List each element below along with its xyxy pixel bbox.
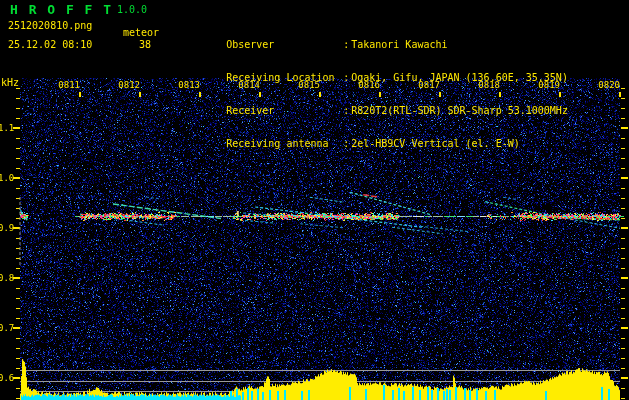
header: H R O F F T 1.0.0 2512020810.png meteor … bbox=[0, 0, 629, 60]
info-row-antenna: Receiving antenna:2el-HB9CV Vertical (el… bbox=[178, 127, 628, 138]
mode-label: meteor bbox=[123, 27, 159, 38]
time-tick-label: 0814 bbox=[235, 80, 260, 90]
info-row-receiver: Receiver:R820T2(RTL-SDR) SDR-Sharp 53.10… bbox=[178, 94, 628, 105]
freq-tick-label: 0.9 bbox=[0, 223, 13, 233]
time-tick-label: 0811 bbox=[55, 80, 80, 90]
time-tick-label: 0815 bbox=[295, 80, 320, 90]
info-value: R820T2(RTL-SDR) SDR-Sharp 53.1000MHz bbox=[351, 105, 568, 116]
info-colon: : bbox=[343, 138, 351, 149]
info-row-location: Receiving Location:Ogaki, Gifu, JAPAN (1… bbox=[178, 61, 628, 72]
freq-unit-label: kHz bbox=[1, 77, 19, 88]
info-value: Takanori Kawachi bbox=[351, 39, 447, 50]
time-tick-label: 0820 bbox=[595, 80, 620, 90]
freq-tick-label: 1.1 bbox=[0, 123, 13, 133]
time-tick-label: 0816 bbox=[355, 80, 380, 90]
freq-tick-label: 0.7 bbox=[0, 323, 13, 333]
time-tick-label: 0813 bbox=[175, 80, 200, 90]
meteor-count: 38 bbox=[139, 39, 151, 50]
info-value: 2el-HB9CV Vertical (el. E-W) bbox=[351, 138, 520, 149]
freq-tick-label: 0.6 bbox=[0, 373, 13, 383]
freq-tick-label: 0.8 bbox=[0, 273, 13, 283]
info-row-observer: Observer:Takanori Kawachi bbox=[178, 28, 628, 39]
time-tick-label: 0817 bbox=[415, 80, 440, 90]
app-version: 1.0.0 bbox=[117, 4, 147, 15]
time-tick-label: 0819 bbox=[535, 80, 560, 90]
info-label: Receiving antenna bbox=[226, 138, 343, 149]
info-label: Receiver bbox=[226, 105, 343, 116]
hrofft-window: H R O F F T 1.0.0 2512020810.png meteor … bbox=[0, 0, 629, 400]
info-label: Observer bbox=[226, 39, 343, 50]
info-colon: : bbox=[343, 72, 351, 83]
time-tick-label: 0818 bbox=[475, 80, 500, 90]
info-colon: : bbox=[343, 105, 351, 116]
app-title: H R O F F T bbox=[10, 2, 113, 17]
info-colon: : bbox=[343, 39, 351, 50]
freq-tick-label: 1.0 bbox=[0, 173, 13, 183]
time-tick-label: 0812 bbox=[115, 80, 140, 90]
